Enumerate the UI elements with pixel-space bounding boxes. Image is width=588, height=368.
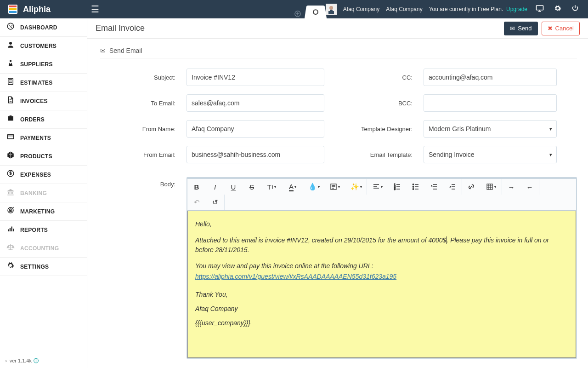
body-greeting: Hello, (195, 219, 568, 229)
template-select[interactable]: Sending Invoice (424, 146, 557, 163)
scale-icon (6, 243, 20, 253)
table-button[interactable]: ▾ (481, 179, 502, 195)
active-tab[interactable] (304, 6, 327, 20)
editor-body[interactable]: Hello, Attached to this email is invoice… (187, 211, 576, 358)
align-button[interactable]: ▾ (367, 179, 388, 195)
loading-icon (313, 9, 318, 15)
avatar[interactable] (326, 4, 337, 15)
sidebar-item-accounting: ACCOUNTING (0, 239, 87, 258)
cc-input[interactable] (424, 69, 557, 86)
svg-rect-2 (9, 8, 17, 10)
bold-button[interactable]: B (187, 179, 206, 195)
redo-button[interactable]: ↺ (206, 195, 224, 210)
to-label: To Email: (100, 100, 178, 107)
sidebar-item-dashboard[interactable]: DASHBOARD (0, 18, 87, 37)
version-footer: ›ver 1.1.4kⓘ (0, 354, 87, 368)
doc-icon (6, 96, 20, 106)
ltr-button[interactable]: → (502, 179, 520, 195)
monitor-icon[interactable] (534, 4, 546, 14)
fontcolor-button[interactable]: A▾ (282, 179, 303, 195)
sidebar-item-marketing[interactable]: MARKETING (0, 202, 87, 221)
sidebar-item-label: CUSTOMERS (20, 43, 57, 49)
body-placeholder: {{{user_company}}} (195, 318, 568, 328)
user-icon (6, 40, 20, 51)
plan-text: You are currently in Free Plan. Upgrade (429, 6, 527, 12)
sidebar-item-reports[interactable]: REPORTS (0, 221, 87, 239)
designer-select[interactable]: Modern Gris Platinum (424, 120, 557, 138)
send-button[interactable]: ✉ Send (504, 22, 537, 35)
body-paragraph-2: You may view and pay this invoice online… (195, 261, 568, 271)
designer-label: Template Designer: (333, 126, 415, 132)
italic-button[interactable]: I (206, 179, 224, 195)
svg-rect-3 (9, 11, 17, 13)
clearformat-button[interactable]: ✨▾ (345, 179, 367, 195)
body-thank: Thank You, (195, 290, 568, 299)
fromname-input[interactable] (187, 120, 324, 138)
strike-button[interactable]: S (243, 179, 261, 195)
svg-point-6 (329, 6, 333, 10)
fontsize-button[interactable]: T⁞▾ (261, 179, 282, 195)
sidebar-item-customers[interactable]: CUSTOMERS (0, 37, 87, 55)
new-tab-button[interactable] (290, 11, 305, 18)
sidebar-item-estimates[interactable]: ESTIMATES (0, 74, 87, 92)
svg-rect-8 (328, 11, 334, 14)
highlight-button[interactable]: 💧▾ (303, 179, 324, 195)
svg-rect-22 (8, 230, 9, 232)
rtl-button[interactable]: ← (520, 179, 539, 195)
underline-button[interactable]: U (224, 179, 243, 195)
gear-icon (6, 261, 20, 272)
subject-input[interactable] (187, 69, 324, 86)
to-input[interactable] (187, 94, 324, 112)
brand-logo[interactable]: Aliphia (0, 0, 87, 18)
box-icon (6, 151, 20, 161)
sidebar-item-label: BANKING (20, 190, 47, 196)
fromemail-label: From Email: (100, 151, 178, 158)
svg-rect-25 (13, 229, 14, 231)
sidebar-item-expenses[interactable]: EXPENSES (0, 166, 87, 184)
ul-button[interactable] (407, 179, 425, 195)
svg-point-21 (10, 210, 11, 211)
svg-text:3: 3 (394, 188, 396, 190)
section-title: ✉ Send Email (100, 47, 577, 58)
link-button[interactable] (462, 179, 481, 195)
svg-point-11 (9, 25, 10, 26)
sidebar-item-invoices[interactable]: INVOICES (0, 92, 87, 110)
undo-button[interactable]: ↶ (187, 195, 206, 210)
envelope-icon: ✉ (510, 25, 515, 32)
company-name-2[interactable]: Afaq Company (386, 6, 422, 12)
editor-toolbar: B I U S T⁞▾ A▾ 💧▾ ▾ ✨▾ (187, 179, 576, 211)
envelope-icon: ✉ (100, 47, 106, 54)
sidebar-item-suppliers[interactable]: SUPPLIERS (0, 55, 87, 74)
menu-toggle-icon[interactable]: ☰ (87, 4, 103, 15)
sidebar-item-label: ORDERS (20, 116, 45, 123)
sidebar-item-settings[interactable]: SETTINGS (0, 258, 87, 276)
info-icon[interactable]: ⓘ (34, 358, 39, 363)
invoice-link[interactable]: https://aliphia.com/v1/guest/view/i/xRsA… (195, 273, 396, 280)
cancel-button[interactable]: ✖ Cancel (542, 22, 580, 35)
paragraph-button[interactable]: ▾ (324, 179, 345, 195)
sidebar-item-orders[interactable]: ORDERS (0, 110, 87, 129)
sidebar-item-payments[interactable]: PAYMENTS (0, 129, 87, 147)
bcc-label: BCC: (333, 100, 415, 107)
ol-button[interactable]: 123 (388, 179, 407, 195)
sidebar-item-label: EXPENSES (20, 172, 51, 178)
tab-area (290, 0, 326, 18)
power-icon[interactable] (570, 5, 581, 14)
suit-icon (6, 59, 20, 69)
outdent-button[interactable] (425, 179, 443, 195)
company-name-1[interactable]: Afaq Company (343, 6, 379, 12)
indent-button[interactable] (443, 179, 462, 195)
sidebar-item-products[interactable]: PRODUCTS (0, 147, 87, 166)
svg-rect-16 (8, 118, 13, 118)
sidebar-item-label: SETTINGS (20, 264, 49, 270)
gear-icon[interactable] (552, 5, 563, 14)
subject-label: Subject: (100, 74, 178, 81)
rich-editor: B I U S T⁞▾ A▾ 💧▾ ▾ ✨▾ (187, 177, 577, 359)
fromemail-input[interactable] (187, 146, 324, 163)
briefcase-icon (6, 114, 20, 125)
upgrade-link[interactable]: Upgrade (506, 6, 527, 12)
bcc-input[interactable] (424, 94, 557, 112)
svg-point-30 (413, 184, 413, 185)
brand-name: Aliphia (23, 5, 51, 14)
sidebar-item-label: PRODUCTS (20, 153, 52, 160)
